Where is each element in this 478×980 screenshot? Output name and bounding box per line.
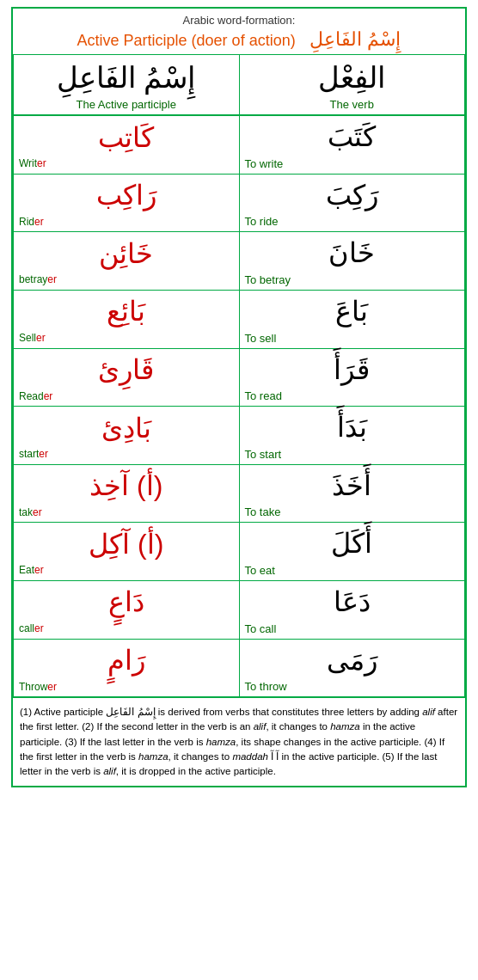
- title-arabic: إِسْمُ الفَاعِلِ: [309, 28, 401, 50]
- label-verb-0: To write: [245, 157, 460, 170]
- header-arabic-verb: الفِعْل: [245, 58, 460, 96]
- arabic-verb-9: رَمَى: [245, 643, 460, 679]
- label-participle-8: caller: [19, 622, 234, 634]
- label-participle-9: Thrower: [19, 681, 234, 693]
- label-verb-8: To call: [245, 622, 460, 635]
- footnote: (1) Active participle إِسْمُ الفَاعِل is…: [13, 697, 465, 786]
- arabic-participle-8: دَاعٍ: [19, 585, 234, 621]
- arabic-verb-8: دَعَا: [245, 585, 460, 621]
- cell-verb-6: أَخَذَTo take: [239, 464, 465, 523]
- label-participle-3: Seller: [19, 332, 234, 344]
- cell-participle-0: كَاتِبWriter: [14, 116, 240, 175]
- cell-verb-5: بَدَأَTo start: [239, 407, 465, 465]
- table-row: قَارِئReaderقَرَأَTo read: [14, 348, 465, 407]
- table-row: دَاعٍcallerدَعَاTo call: [14, 580, 465, 639]
- arabic-participle-4: قَارِئ: [19, 352, 234, 389]
- arabic-verb-6: أَخَذَ: [245, 469, 460, 505]
- outer-wrapper: Arabic word-formation: إِسْمُ الفَاعِلِ …: [0, 7, 478, 787]
- header-section: Arabic word-formation: إِسْمُ الفَاعِلِ …: [13, 9, 465, 54]
- arabic-participle-1: رَاكِب: [19, 178, 234, 214]
- cell-participle-7: (أ) آكِلEater: [14, 523, 240, 581]
- arabic-verb-5: بَدَأَ: [245, 410, 460, 446]
- cell-participle-8: دَاعٍcaller: [14, 580, 240, 639]
- arabic-participle-2: خَائِن: [19, 236, 234, 273]
- cell-verb-0: كَتَبَTo write: [239, 116, 465, 175]
- cell-verb-9: رَمَىTo throw: [239, 639, 465, 697]
- title-latin: Active Participle (doer of action): [77, 32, 296, 49]
- cell-participle-3: بَائِعSeller: [14, 290, 240, 348]
- label-verb-3: To sell: [245, 332, 460, 345]
- page-subtitle: Arabic word-formation:: [16, 14, 462, 27]
- label-participle-5: starter: [19, 448, 234, 460]
- label-participle-2: betrayer: [19, 273, 234, 285]
- page-title: إِسْمُ الفَاعِلِ Active Participle (doer…: [16, 28, 462, 51]
- cell-participle-5: بَادِئstarter: [14, 407, 240, 465]
- arabic-verb-0: كَتَبَ: [245, 119, 460, 156]
- arabic-participle-0: كَاتِب: [19, 120, 234, 156]
- table-row: رَاكِبRiderرَكِبَTo ride: [14, 174, 465, 232]
- cell-verb-8: دَعَاTo call: [239, 580, 465, 639]
- arabic-participle-5: بَادِئ: [19, 411, 234, 447]
- table-row: بَادِئstarterبَدَأَTo start: [14, 407, 465, 465]
- table-row: رَامٍThrowerرَمَىTo throw: [14, 639, 465, 697]
- arabic-participle-6: (أ) آخِذ: [19, 469, 234, 505]
- header-cell-verb: الفِعْل The verb: [239, 55, 465, 115]
- header-cell-participle: إِسْمُ الفَاعِلِ The Active participle: [14, 55, 240, 115]
- label-verb-5: To start: [245, 448, 460, 461]
- label-participle-1: Rider: [19, 216, 234, 228]
- label-participle-4: Reader: [19, 390, 234, 402]
- cell-participle-6: (أ) آخِذtaker: [14, 464, 240, 523]
- arabic-participle-3: بَائِع: [19, 294, 234, 330]
- label-verb-9: To throw: [245, 680, 460, 693]
- table-row: بَائِعSellerبَاعَTo sell: [14, 290, 465, 348]
- table-row: كَاتِبWriterكَتَبَTo write: [14, 116, 465, 175]
- cell-participle-9: رَامٍThrower: [14, 639, 240, 697]
- cell-verb-1: رَكِبَTo ride: [239, 174, 465, 232]
- label-verb-7: To eat: [245, 564, 460, 577]
- label-participle-6: taker: [19, 506, 234, 518]
- cell-participle-4: قَارِئReader: [14, 348, 240, 407]
- table-row: خَائِنbetrayerخَانَTo betray: [14, 232, 465, 291]
- arabic-verb-2: خَانَ: [245, 236, 460, 272]
- data-table: كَاتِبWriterكَتَبَTo writeرَاكِبRiderرَك…: [13, 115, 465, 697]
- table-row: (أ) آكِلEaterأَكَلَTo eat: [14, 523, 465, 581]
- page-wrapper: Arabic word-formation: إِسْمُ الفَاعِلِ …: [11, 7, 467, 787]
- arabic-verb-4: قَرَأَ: [245, 352, 460, 389]
- header-arabic-participle: إِسْمُ الفَاعِلِ: [19, 58, 234, 96]
- arabic-verb-7: أَكَلَ: [245, 526, 460, 562]
- arabic-participle-9: رَامٍ: [19, 643, 234, 679]
- cell-verb-3: بَاعَTo sell: [239, 290, 465, 348]
- label-participle-0: Writer: [19, 157, 234, 169]
- label-participle-7: Eater: [19, 564, 234, 576]
- cell-verb-7: أَكَلَTo eat: [239, 523, 465, 581]
- main-table: إِسْمُ الفَاعِلِ The Active participle ا…: [13, 54, 465, 115]
- header-label-verb: The verb: [245, 98, 460, 111]
- label-verb-4: To read: [245, 389, 460, 402]
- label-verb-2: To betray: [245, 273, 460, 286]
- label-verb-1: To ride: [245, 215, 460, 228]
- cell-verb-4: قَرَأَTo read: [239, 348, 465, 407]
- cell-participle-2: خَائِنbetrayer: [14, 232, 240, 291]
- cell-participle-1: رَاكِبRider: [14, 174, 240, 232]
- table-row: (أ) آخِذtakerأَخَذَTo take: [14, 464, 465, 523]
- label-verb-6: To take: [245, 505, 460, 518]
- cell-verb-2: خَانَTo betray: [239, 232, 465, 291]
- table-header-row: إِسْمُ الفَاعِلِ The Active participle ا…: [14, 55, 465, 115]
- arabic-verb-3: بَاعَ: [245, 294, 460, 330]
- header-label-participle: The Active participle: [19, 98, 234, 111]
- arabic-participle-7: (أ) آكِل: [19, 527, 234, 563]
- arabic-verb-1: رَكِبَ: [245, 178, 460, 214]
